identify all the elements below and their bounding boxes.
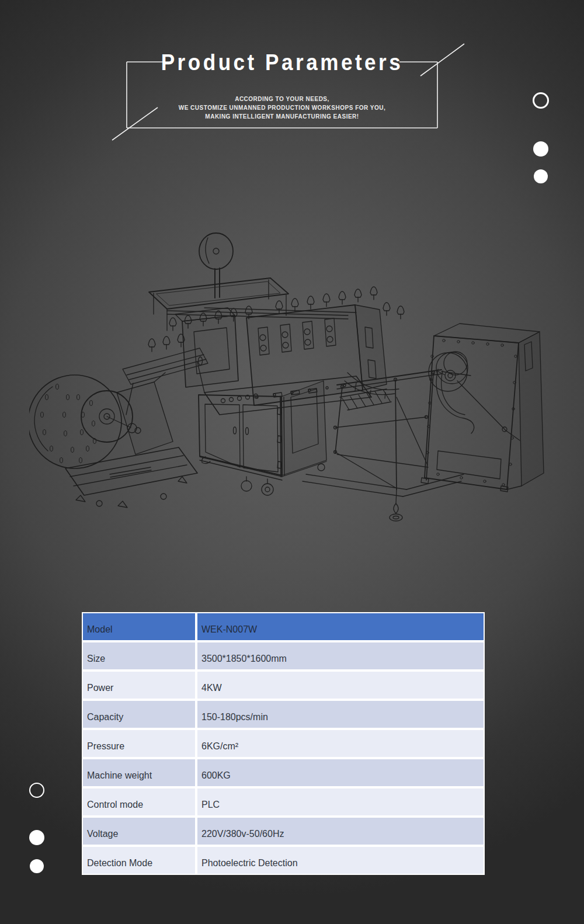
spec-label-machine-weight: Machine weight xyxy=(83,759,195,786)
spec-value-size: 3500*1850*1600mm xyxy=(197,642,484,669)
circle-filled-icon xyxy=(534,169,548,183)
page-subtitle: ACCORDING TO YOUR NEEDS, WE CUSTOMIZE UN… xyxy=(127,95,437,121)
spec-value-power: 4KW xyxy=(197,672,484,699)
spec-value-voltage: 220V/380v-50/60Hz xyxy=(197,818,484,845)
spec-label-pressure: Pressure xyxy=(83,730,195,757)
circle-filled-icon xyxy=(29,830,44,845)
spec-value-detection-mode: Photoelectric Detection xyxy=(197,847,484,874)
spec-label-voltage: Voltage xyxy=(83,818,195,845)
circle-filled-icon xyxy=(30,859,44,873)
spec-value-control-mode: PLC xyxy=(197,788,484,815)
circle-outline-icon xyxy=(29,783,44,798)
spec-value-model: WEK-N007W xyxy=(197,613,484,640)
subtitle-line: WE CUSTOMIZE UNMANNED PRODUCTION WORKSHO… xyxy=(127,103,437,112)
subtitle-line: MAKING INTELLIGENT MANUFACTURING EASIER! xyxy=(127,112,437,121)
spec-label-capacity: Capacity xyxy=(83,701,195,728)
circle-filled-icon xyxy=(533,141,548,157)
page-title: Product Parameters xyxy=(142,50,422,75)
spec-value-capacity: 150-180pcs/min xyxy=(197,701,484,728)
spec-label-model: Model xyxy=(83,613,195,640)
subtitle-line: ACCORDING TO YOUR NEEDS, xyxy=(127,95,437,103)
page: Product Parameters ACCORDING TO YOUR NEE… xyxy=(0,0,584,924)
title-frame-decor xyxy=(0,0,584,175)
spec-label-control-mode: Control mode xyxy=(83,788,195,815)
machine-illustration xyxy=(29,222,555,537)
spec-value-pressure: 6KG/cm² xyxy=(197,730,484,757)
spec-table: Model WEK-N007W Size 3500*1850*1600mm Po… xyxy=(82,612,485,875)
spec-value-machine-weight: 600KG xyxy=(197,759,484,786)
circle-outline-icon xyxy=(533,92,549,109)
spec-label-power: Power xyxy=(83,672,195,699)
spec-label-size: Size xyxy=(83,642,195,669)
spec-label-detection-mode: Detection Mode xyxy=(83,847,195,874)
